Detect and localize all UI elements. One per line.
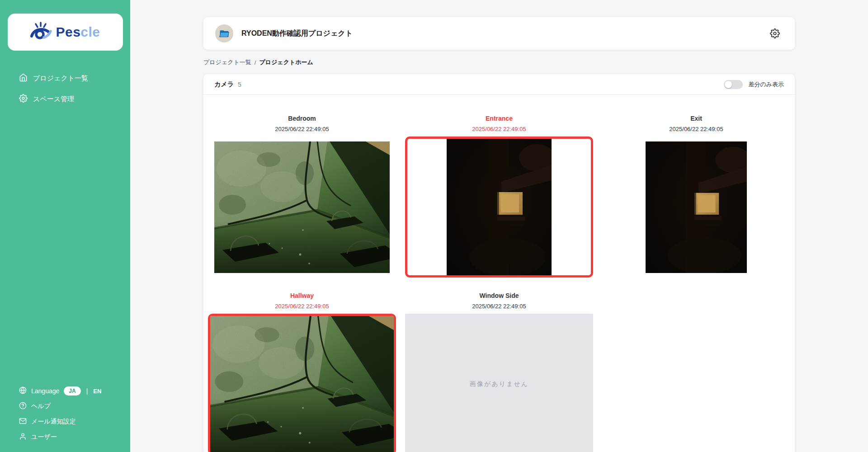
language-en-button[interactable]: EN bbox=[93, 388, 101, 395]
language-ja-button[interactable]: JA bbox=[64, 386, 80, 396]
camera-name: Window Side bbox=[404, 291, 594, 300]
sidebar-item-help[interactable]: ヘルプ bbox=[0, 399, 130, 414]
breadcrumb-current: プロジェクトホーム bbox=[259, 58, 313, 66]
camera-cell-entrance: Entrance 2025/06/22 22:49:05 bbox=[404, 114, 594, 278]
project-avatar bbox=[215, 24, 233, 42]
sidebar-item-mail-settings[interactable]: メール通知設定 bbox=[0, 414, 130, 429]
camera-count: 5 bbox=[238, 81, 241, 88]
camera-name: Exit bbox=[601, 114, 791, 123]
camera-image bbox=[214, 141, 390, 273]
sidebar-item-label: メール通知設定 bbox=[31, 418, 76, 426]
sidebar-item-project-list[interactable]: プロジェクト一覧 bbox=[0, 68, 130, 89]
camera-panel: カメラ 5 差分のみ表示 Bedroom 2025/06/22 22:49:05 bbox=[203, 74, 795, 452]
camera-cell-window-side: Window Side 2025/06/22 22:49:05 画像がありません bbox=[404, 291, 594, 452]
sidebar-item-label: ヘルプ bbox=[31, 402, 51, 410]
camera-timestamp: 2025/06/22 22:49:05 bbox=[404, 302, 594, 311]
language-label: Language bbox=[31, 387, 59, 395]
user-icon bbox=[19, 433, 27, 442]
brand-logo[interactable]: Pescle bbox=[8, 14, 123, 51]
camera-image-frame[interactable] bbox=[208, 137, 396, 278]
brand-name: Pescle bbox=[56, 24, 100, 40]
eye-logo-icon bbox=[30, 21, 52, 43]
sidebar-item-label: プロジェクト一覧 bbox=[33, 74, 88, 83]
camera-timestamp: 2025/06/22 22:49:05 bbox=[404, 125, 594, 134]
camera-name: Entrance bbox=[404, 114, 594, 123]
camera-name: Hallway bbox=[207, 291, 397, 300]
camera-timestamp: 2025/06/22 22:49:05 bbox=[207, 125, 397, 134]
sidebar-item-space-management[interactable]: スペース管理 bbox=[0, 89, 130, 109]
camera-cell-hallway: Hallway 2025/06/22 22:49:05 bbox=[207, 291, 397, 452]
camera-name: Bedroom bbox=[207, 114, 397, 123]
sidebar-item-label: スペース管理 bbox=[33, 95, 74, 104]
folder-icon bbox=[219, 28, 230, 38]
sidebar-item-user[interactable]: ユーザー bbox=[0, 429, 130, 445]
camera-panel-header: カメラ 5 差分のみ表示 bbox=[203, 74, 795, 95]
sidebar-item-label: ユーザー bbox=[31, 433, 57, 441]
main-content: RYODEN動作確認用プロジェクト プロジェクト一覧 / プロジェクトホーム カ… bbox=[130, 17, 868, 452]
camera-image-frame[interactable] bbox=[602, 137, 790, 278]
sidebar-nav: プロジェクト一覧 スペース管理 bbox=[0, 68, 130, 109]
toggle-knob bbox=[725, 81, 732, 88]
breadcrumb-project-list[interactable]: プロジェクト一覧 bbox=[203, 58, 251, 66]
diff-toggle-wrap: 差分のみ表示 bbox=[724, 80, 784, 89]
globe-icon bbox=[19, 386, 27, 396]
project-settings-button[interactable] bbox=[768, 26, 782, 41]
project-title: RYODEN動作確認用プロジェクト bbox=[241, 29, 353, 38]
gear-icon bbox=[770, 28, 780, 38]
camera-grid: Bedroom 2025/06/22 22:49:05 bbox=[203, 95, 795, 452]
mail-icon bbox=[19, 417, 27, 426]
diff-toggle-label: 差分のみ表示 bbox=[748, 80, 784, 89]
camera-cell-exit: Exit 2025/06/22 22:49:05 bbox=[601, 114, 791, 278]
no-image-placeholder: 画像がありません bbox=[405, 314, 593, 452]
sidebar-footer: Language JA | EN ヘルプ メール通知設定 bbox=[0, 383, 130, 445]
help-icon bbox=[19, 402, 27, 411]
camera-image-frame[interactable] bbox=[405, 137, 593, 278]
camera-cell-bedroom: Bedroom 2025/06/22 22:49:05 bbox=[207, 114, 397, 278]
diff-only-toggle[interactable] bbox=[724, 80, 743, 89]
camera-image bbox=[447, 139, 552, 275]
camera-image bbox=[646, 141, 747, 273]
breadcrumb-separator: / bbox=[255, 59, 256, 66]
camera-timestamp: 2025/06/22 22:49:05 bbox=[207, 302, 397, 311]
camera-image bbox=[210, 316, 394, 452]
language-row: Language JA | EN bbox=[0, 383, 130, 399]
camera-image-frame[interactable] bbox=[208, 314, 396, 452]
camera-timestamp: 2025/06/22 22:49:05 bbox=[601, 125, 791, 134]
home-icon bbox=[19, 73, 28, 83]
sidebar: Pescle プロジェクト一覧 スペース管理 bbox=[0, 0, 130, 452]
camera-panel-title: カメラ bbox=[214, 80, 234, 89]
camera-image-frame[interactable]: 画像がありません bbox=[405, 314, 593, 452]
breadcrumb: プロジェクト一覧 / プロジェクトホーム bbox=[203, 58, 795, 66]
project-header: RYODEN動作確認用プロジェクト bbox=[203, 17, 795, 50]
language-divider: | bbox=[85, 387, 89, 395]
gear-icon bbox=[19, 94, 28, 104]
